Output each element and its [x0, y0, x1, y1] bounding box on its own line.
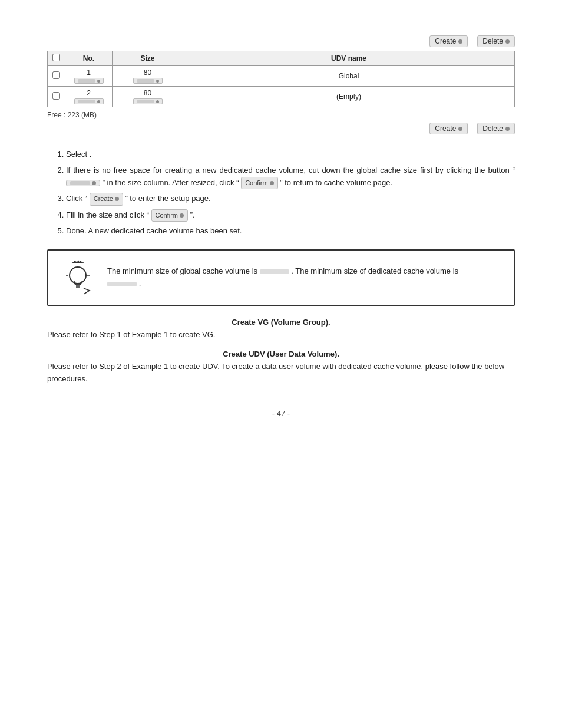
tip-text2: . The minimum size of dedicated cache vo… — [291, 266, 458, 275]
header-checkbox-col — [48, 51, 65, 66]
step4-text-before: Fill in the size and click “ — [66, 210, 149, 219]
delete-dot-top — [505, 39, 510, 44]
list-item: Done. A new dedicated cache volume has b… — [66, 225, 515, 238]
step4-confirm-dot — [180, 213, 184, 218]
row1-size-container: 80 — [117, 68, 178, 84]
row1-no-btn[interactable] — [74, 78, 104, 84]
tip-text3: . — [139, 279, 141, 288]
tip-text1: The minimum size of global cache volume … — [107, 266, 257, 275]
tip-blank2 — [107, 282, 137, 286]
step2-text2: ” in the size column. After resized, cli… — [103, 178, 239, 187]
step1-text-after: . — [90, 150, 92, 159]
row1-checkbox-cell — [48, 66, 65, 87]
row1-udv-name-cell: Global — [183, 66, 515, 87]
row1-size-btn[interactable] — [133, 78, 163, 84]
instructions-section: Select . If there is no free space for c… — [47, 149, 515, 238]
svg-line-4 — [78, 262, 84, 263]
tip-box: The minimum size of global cache volume … — [47, 249, 515, 306]
row2-no-container: 2 — [70, 89, 107, 104]
step2-btn1-dot — [92, 181, 96, 185]
row2-udv-name-cell: (Empty) — [183, 87, 515, 107]
header-size: Size — [113, 51, 183, 66]
table-row: 2 80 (Empty) — [48, 87, 515, 107]
row2-no-btn[interactable] — [74, 98, 104, 104]
row2-no-dot — [97, 100, 100, 103]
table-header-row: No. Size UDV name — [48, 51, 515, 66]
step1-text-before: Select — [66, 150, 87, 159]
step3-create-dot — [115, 197, 119, 201]
step-udv-para: Please refer to Step 2 of Example 1 to c… — [47, 361, 515, 386]
row2-size: 80 — [144, 89, 151, 97]
step2-text: If there is no free space for creating a… — [66, 166, 515, 174]
row1-size: 80 — [144, 68, 151, 77]
create-label-bottom: Create — [435, 124, 456, 133]
row2-size-cell: 80 — [113, 87, 183, 107]
delete-button-bottom[interactable]: Delete — [477, 123, 515, 134]
row1-checkbox[interactable] — [52, 71, 60, 79]
select-all-checkbox[interactable] — [52, 54, 60, 61]
tip-blank1 — [260, 269, 289, 274]
delete-button-top[interactable]: Delete — [477, 35, 515, 47]
step3-text-after: ” to enter the setup page. — [125, 194, 210, 203]
row1-size-cell: 80 — [113, 66, 183, 87]
create-dot-bottom — [458, 127, 462, 131]
header-udv-name: UDV name — [183, 51, 515, 66]
list-item: Select . — [66, 149, 515, 161]
list-item: Fill in the size and click “ Confirm ”. — [66, 209, 515, 222]
row2-size-btn[interactable] — [133, 98, 163, 104]
step2-confirm-btn[interactable]: Confirm — [241, 177, 278, 190]
step2-confirm-dot — [270, 181, 274, 185]
tip-text-container: The minimum size of global cache volume … — [107, 265, 458, 290]
table-top-controls: Create Delete — [47, 35, 515, 47]
create-dot-top — [458, 39, 462, 44]
step3-create-label: Create — [94, 194, 113, 205]
row2-no-cell: 2 — [65, 87, 113, 107]
row1-no-container: 1 — [70, 68, 107, 84]
row1-no-dot — [97, 80, 100, 83]
create-label-top: Create — [435, 37, 456, 45]
row2-udv-name: (Empty) — [336, 93, 361, 101]
row1-no-cell: 1 — [65, 66, 113, 87]
table-row: 1 80 Global — [48, 66, 515, 87]
delete-dot-bottom — [505, 127, 510, 131]
step2-confirm-label: Confirm — [245, 178, 268, 189]
row1-size-dot — [156, 80, 159, 83]
lightbulb-svg — [60, 260, 95, 301]
row2-size-container: 80 — [117, 89, 178, 104]
step4-confirm-btn[interactable]: Confirm — [151, 209, 189, 222]
instructions-list: Select . If there is no free space for c… — [66, 149, 515, 238]
delete-label-bottom: Delete — [482, 124, 503, 133]
step2-btn1[interactable] — [66, 180, 100, 186]
row2-size-dot — [156, 100, 159, 103]
free-space-label: Free : 223 (MB) — [47, 111, 515, 119]
svg-point-6 — [70, 267, 86, 284]
step4-text-after: ”. — [190, 210, 195, 219]
delete-label-top: Delete — [482, 37, 503, 45]
row2-no: 2 — [87, 89, 91, 97]
svg-line-5 — [72, 262, 78, 263]
lightbulb-icon — [60, 260, 95, 295]
udv-table: No. Size UDV name 1 — [47, 51, 515, 107]
step4-confirm-label: Confirm — [156, 210, 178, 221]
step-vg-para: Please refer to Step 1 of Example 1 to c… — [47, 329, 515, 341]
step3-text-before: Click “ — [66, 194, 87, 203]
step5-text: Done. A new dedicated cache volume has b… — [66, 226, 242, 235]
step3-create-btn[interactable]: Create — [90, 193, 123, 206]
step2-text3: ” to return to cache volume page. — [280, 178, 392, 187]
header-no: No. — [65, 51, 113, 66]
step-udv-heading: Create UDV (User Data Volume). — [47, 350, 515, 358]
list-item: Click “ Create ” to enter the setup page… — [66, 193, 515, 206]
row2-checkbox-cell — [48, 87, 65, 107]
row2-checkbox[interactable] — [52, 92, 60, 100]
create-button-bottom[interactable]: Create — [429, 123, 468, 134]
table-bottom-controls: Create Delete — [47, 123, 515, 134]
row1-no: 1 — [87, 68, 91, 77]
create-button-top[interactable]: Create — [429, 35, 468, 47]
page-number: - 47 - — [47, 409, 515, 418]
list-item: If there is no free space for creating a… — [66, 164, 515, 189]
step-vg-heading: Create VG (Volume Group). — [47, 318, 515, 327]
row1-udv-name: Global — [339, 72, 359, 80]
